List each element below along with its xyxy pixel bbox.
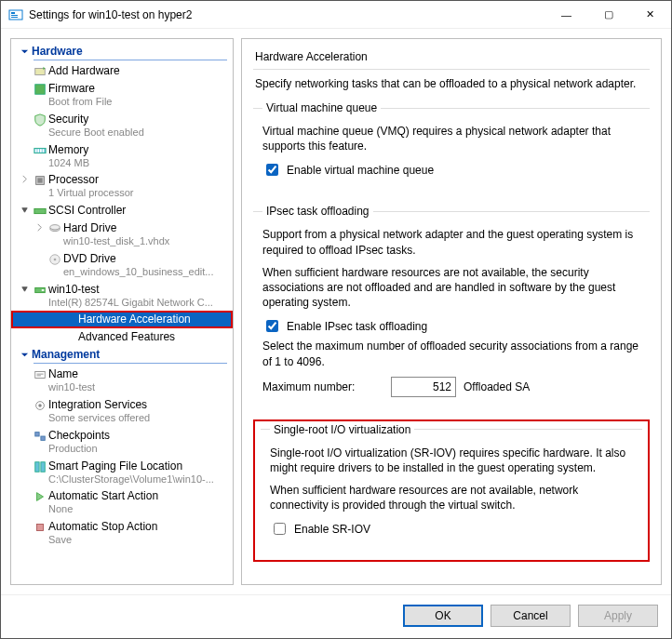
- processor-icon: [32, 173, 48, 187]
- svg-rect-25: [35, 461, 39, 472]
- nav-sublabel: Save: [48, 534, 157, 547]
- collapse-icon: [17, 351, 32, 359]
- management-group-header[interactable]: Management: [34, 346, 227, 364]
- svg-rect-24: [41, 436, 45, 440]
- nav-sublabel: Boot from File: [48, 96, 112, 109]
- expand-icon[interactable]: [32, 221, 47, 232]
- sriov-legend: Single-root I/O virtualization: [270, 423, 414, 436]
- nav-item-auto-stop[interactable]: Automatic Stop ActionSave: [11, 518, 233, 549]
- svg-rect-9: [40, 149, 42, 153]
- maximize-button[interactable]: ▢: [587, 1, 629, 29]
- auto-stop-icon: [32, 520, 48, 534]
- checkpoints-icon: [32, 429, 48, 443]
- nav-sublabel: en_windows_10_business_edit...: [63, 266, 213, 279]
- nav-label: DVD Drive: [63, 252, 116, 265]
- nav-label: SCSI Controller: [48, 204, 126, 217]
- nav-item-hard-drive[interactable]: Hard Drivewin10-test_disk_1.vhdx: [11, 220, 233, 250]
- enable-ipsec-checkbox[interactable]: [266, 320, 278, 332]
- nav-label: Automatic Stop Action: [48, 520, 157, 533]
- settings-navigation-tree[interactable]: Hardware Add Hardware FirmwareBoot from …: [10, 38, 234, 585]
- hardware-group-header[interactable]: Hardware: [34, 43, 227, 60]
- expand-icon[interactable]: [17, 173, 32, 183]
- vmq-checkbox-row[interactable]: Enable virtual machine queue: [262, 161, 640, 179]
- nav-item-checkpoints[interactable]: CheckpointsProduction: [11, 427, 233, 458]
- nav-label: win10-test: [48, 283, 100, 296]
- ipsec-group: IPsec task offloading Support from a phy…: [253, 205, 650, 406]
- nav-sublabel: win10-test: [48, 381, 95, 394]
- svg-rect-8: [37, 149, 39, 153]
- nav-label: Hardware Acceleration: [78, 313, 191, 326]
- pane-title: Hardware Acceleration: [253, 47, 650, 70]
- management-group-label: Management: [32, 348, 100, 361]
- sriov-checkbox-row[interactable]: Enable SR-IOV: [270, 520, 633, 538]
- nav-label: Security: [48, 113, 88, 126]
- enable-vmq-checkbox[interactable]: [266, 164, 278, 176]
- paging-icon: [32, 459, 48, 473]
- svg-rect-5: [35, 85, 46, 95]
- close-button[interactable]: ✕: [629, 1, 671, 29]
- ipsec-max-input[interactable]: [391, 377, 456, 397]
- nav-item-add-hardware[interactable]: Add Hardware: [11, 62, 233, 80]
- nav-item-advanced-features[interactable]: Advanced Features: [11, 328, 233, 346]
- nav-label: Integration Services: [48, 398, 147, 411]
- nav-item-integration-services[interactable]: Integration ServicesSome services offere…: [11, 396, 233, 427]
- ipsec-desc-2: When sufficient hardware resources are n…: [262, 265, 640, 311]
- memory-icon: [32, 143, 48, 157]
- ok-button[interactable]: OK: [403, 605, 483, 627]
- nav-sublabel: Production: [48, 443, 110, 456]
- nav-item-hardware-acceleration[interactable]: Hardware Acceleration: [11, 311, 233, 328]
- nav-label: Processor: [48, 173, 99, 186]
- nav-label: Hard Drive: [63, 221, 116, 234]
- ipsec-checkbox-label: Enable IPsec task offloading: [287, 320, 427, 333]
- nav-sublabel: Secure Boot enabled: [48, 126, 144, 140]
- settings-detail-pane: Hardware Acceleration Specify networking…: [241, 38, 662, 585]
- auto-start-icon: [32, 489, 48, 503]
- title-bar: Settings for win10-test on hyper2 — ▢ ✕: [1, 1, 671, 29]
- sriov-desc-2: When sufficient hardware resources are n…: [270, 483, 633, 513]
- collapse-icon: [17, 47, 32, 56]
- svg-rect-2: [11, 15, 18, 16]
- minimize-button[interactable]: —: [545, 1, 587, 29]
- nav-item-dvd-drive[interactable]: DVD Driveen_windows_10_business_edit...: [11, 250, 233, 281]
- svg-rect-19: [42, 289, 45, 291]
- vmq-legend: Virtual machine queue: [262, 101, 381, 114]
- nav-label: Add Hardware: [48, 64, 120, 77]
- svg-rect-27: [37, 525, 44, 531]
- dvd-icon: [47, 252, 63, 266]
- nav-label: Smart Paging File Location: [48, 459, 182, 473]
- cancel-button[interactable]: Cancel: [491, 605, 571, 627]
- collapse-icon[interactable]: [17, 283, 32, 293]
- nav-item-firmware[interactable]: FirmwareBoot from File: [11, 80, 233, 111]
- nav-item-smart-paging[interactable]: Smart Paging File LocationC:\ClusterStor…: [11, 458, 233, 488]
- settings-icon: [8, 7, 23, 22]
- ipsec-checkbox-row[interactable]: Enable IPsec task offloading: [262, 317, 640, 335]
- nav-label: Firmware: [48, 82, 95, 95]
- integration-icon: [32, 398, 48, 412]
- nav-item-security[interactable]: SecuritySecure Boot enabled: [11, 111, 233, 141]
- nav-label: Memory: [48, 143, 88, 156]
- enable-sriov-checkbox[interactable]: [274, 523, 286, 535]
- pane-intro: Specify networking tasks that can be off…: [255, 77, 648, 90]
- nav-sublabel: 1 Virtual processor: [48, 187, 134, 200]
- svg-rect-20: [35, 372, 46, 379]
- apply-button[interactable]: Apply: [578, 605, 658, 627]
- nav-sublabel: C:\ClusterStorage\Volume1\win10-...: [48, 473, 214, 486]
- nav-item-memory[interactable]: Memory1024 MB: [11, 141, 233, 172]
- hard-drive-icon: [47, 221, 63, 235]
- network-adapter-icon: [32, 283, 48, 297]
- nav-item-scsi-controller[interactable]: SCSI Controller: [11, 202, 233, 220]
- ipsec-legend: IPsec task offloading: [262, 205, 373, 218]
- security-icon: [32, 113, 48, 126]
- nav-item-processor[interactable]: Processor1 Virtual processor: [11, 171, 233, 202]
- svg-rect-23: [35, 432, 39, 435]
- ipsec-desc-1: Support from a physical network adapter …: [262, 227, 640, 257]
- nav-item-auto-start[interactable]: Automatic Start ActionNone: [11, 487, 233, 518]
- sriov-desc-1: Single-root I/O virtualization (SR-IOV) …: [270, 446, 633, 475]
- nav-item-name[interactable]: Namewin10-test: [11, 366, 233, 396]
- sriov-checkbox-label: Enable SR-IOV: [294, 523, 370, 536]
- nav-item-network-adapter[interactable]: win10-testIntel(R) 82574L Gigabit Networ…: [11, 281, 233, 312]
- vmq-description: Virtual machine queue (VMQ) requires a p…: [262, 124, 640, 153]
- svg-rect-3: [11, 17, 18, 18]
- scsi-icon: [32, 204, 48, 218]
- collapse-icon[interactable]: [17, 204, 32, 214]
